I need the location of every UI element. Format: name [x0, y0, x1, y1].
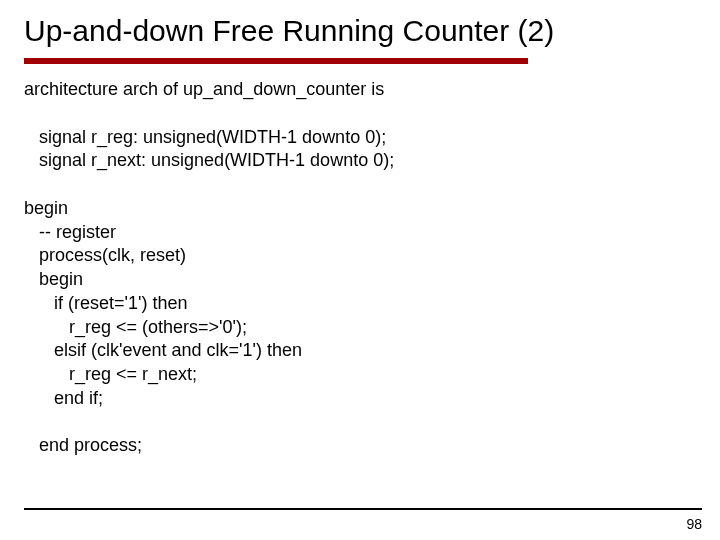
slide-title: Up-and-down Free Running Counter (2)	[24, 14, 696, 48]
code-block: architecture arch of up_and_down_counter…	[24, 78, 696, 458]
page-number: 98	[686, 516, 702, 532]
slide-content: Up-and-down Free Running Counter (2) arc…	[0, 0, 720, 458]
title-underline	[24, 58, 528, 64]
footer-rule	[24, 508, 702, 510]
